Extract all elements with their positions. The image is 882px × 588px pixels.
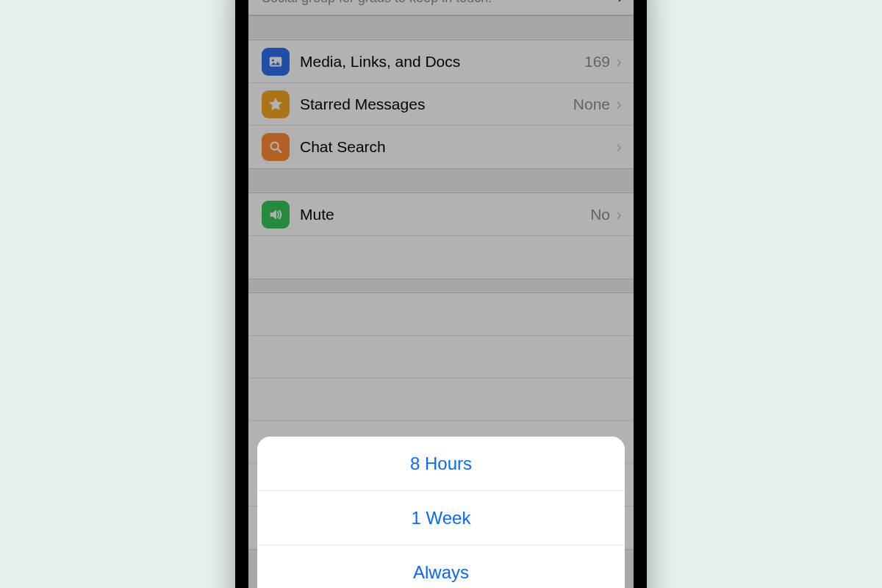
row-media-links-docs[interactable]: Media, Links, and Docs 169 ›	[248, 40, 634, 83]
star-icon	[262, 90, 290, 118]
svg-point-1	[272, 59, 274, 61]
chevron-right-icon: ›	[616, 138, 622, 156]
option-1-week[interactable]: 1 Week	[257, 491, 625, 545]
group-media: Media, Links, and Docs 169 › Starred Mes…	[248, 40, 634, 169]
chevron-right-icon: ›	[616, 53, 622, 71]
row-label: Media, Links, and Docs	[300, 53, 584, 71]
row-chat-search[interactable]: Chat Search ›	[248, 126, 634, 168]
group-mute: Mute No ›	[248, 193, 634, 279]
option-8-hours[interactable]: 8 Hours	[257, 437, 625, 491]
search-icon	[262, 133, 290, 161]
row-value: No	[590, 206, 610, 223]
row-hidden[interactable]	[248, 236, 634, 279]
row-starred-messages[interactable]: Starred Messages None ›	[248, 83, 634, 126]
section-spacer	[248, 169, 634, 193]
row-label: Chat Search	[300, 138, 616, 156]
row-label: Mute	[300, 206, 590, 223]
chevron-right-icon: ›	[616, 96, 622, 113]
group-subtitle-row[interactable]: Social group for grads to keep in touch!…	[248, 0, 634, 15]
row-hidden[interactable]	[248, 379, 634, 421]
row-hidden[interactable]	[248, 336, 634, 379]
phone-screen: Class of 2018 › Social group for grads t…	[248, 0, 634, 588]
row-value: None	[573, 96, 610, 113]
row-mute[interactable]: Mute No ›	[248, 193, 634, 236]
svg-line-3	[278, 149, 282, 153]
row-value: 169	[584, 53, 610, 71]
chevron-right-icon: ›	[618, 0, 622, 5]
row-label: Starred Messages	[300, 96, 573, 113]
action-sheet: 8 Hours 1 Week Always Cancel	[257, 437, 625, 588]
action-sheet-options: 8 Hours 1 Week Always	[257, 437, 625, 588]
row-hidden[interactable]	[248, 293, 634, 336]
group-subtitle: Social group for grads to keep in touch!	[262, 0, 618, 6]
media-icon	[262, 48, 290, 76]
speaker-icon	[262, 201, 290, 229]
option-always[interactable]: Always	[257, 545, 625, 588]
phone-frame: Class of 2018 › Social group for grads t…	[235, 0, 647, 588]
chevron-right-icon: ›	[616, 206, 622, 223]
section-spacer	[248, 16, 634, 40]
group-header: Class of 2018 › Social group for grads t…	[248, 0, 634, 16]
